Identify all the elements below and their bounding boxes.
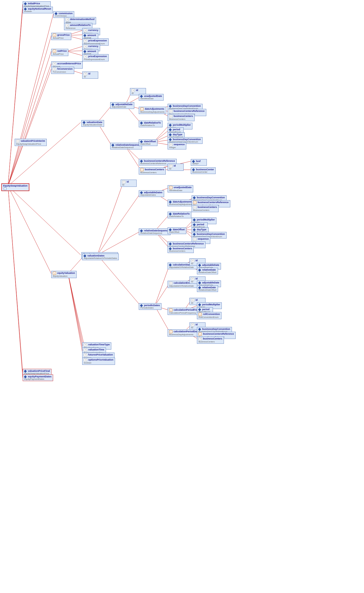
- cpda-bdc-label: businessDayConvention: [202, 328, 230, 330]
- svg-line-3: [8, 35, 51, 186]
- vd-day-type-label: dayType: [197, 228, 207, 231]
- svg-line-18: [67, 51, 84, 51]
- net-price-expr-node: ? priceExpression PriceExpressionEnum: [82, 54, 109, 61]
- equity-valuation-type: EquityValuation: [53, 275, 75, 277]
- fx-conversion-type: FxConversion: [53, 71, 73, 73]
- adjustable-dates-label: adjustableDates: [144, 191, 163, 194]
- one-icon: 1: [193, 201, 196, 204]
- options-price-valuation-label: optionsPriceValuation: [88, 358, 114, 361]
- vd-id-type: ID: [122, 184, 135, 186]
- root-grid-icon: [4, 187, 6, 190]
- csd-id-label: id: [196, 259, 198, 262]
- rds-bc-center-label: businessCenter: [196, 168, 214, 171]
- vd-date-adj-type: BusinessDayAdjustments: [169, 203, 193, 205]
- fx-conversion-node: ? fxConversion FxConversion: [51, 67, 74, 74]
- ev-valuation-dates-type: AdjustableRelativeOrPeriodicDates: [84, 257, 117, 259]
- periodic-dates-node: periodicDates PeriodicDates: [139, 303, 161, 310]
- cpda-bc-node: ? businessCenters BusinessCenters: [197, 337, 224, 344]
- net-price-amount-label: amount: [88, 50, 96, 53]
- vd-rel-date-seq-label: relativeDateSequence: [144, 229, 169, 232]
- net-price-node: 1 netPrice ActualPrice: [51, 49, 68, 56]
- question-icon: ?: [84, 29, 87, 32]
- options-price-valuation-node: ? optionsPriceValuation boolean: [82, 358, 115, 365]
- rds-sequence-label: sequence: [174, 143, 185, 146]
- csd-rel-date-node: relativeDate RelativeDateOffset: [197, 268, 218, 274]
- vd-bc2-type: BusinessCenters: [169, 250, 192, 252]
- adj-bc-label: businessCenters: [174, 115, 193, 117]
- adjustable-date-type: AdjustableDate: [112, 106, 133, 108]
- vd-date-relative-to-label: dateRelativeTo: [173, 212, 190, 215]
- one-icon: 1: [169, 186, 172, 189]
- question-icon: ?: [84, 358, 87, 362]
- ev-valuation-dates-label: valuationDates: [88, 254, 105, 257]
- gross-price-type: ActualPrice: [53, 37, 70, 39]
- question-icon: ?: [132, 89, 135, 92]
- question-icon: ?: [191, 323, 194, 326]
- adjustable-dates-node: adjustableDates AdjustableDates: [139, 190, 164, 197]
- date-offset-label: dateOffset: [144, 140, 156, 143]
- svg-line-5: [8, 64, 51, 186]
- adj-bdc-label: businessDayConvention: [173, 105, 201, 107]
- svg-line-9: [8, 186, 51, 274]
- vd-date-relative-to-node: dateRelativeTo DateRelativeTo: [168, 212, 191, 218]
- vd-date-adj-node: dateAdjustments BusinessDayAdjustments: [168, 200, 195, 206]
- svg-line-4: [8, 51, 51, 186]
- svg-line-19: [67, 51, 84, 56]
- gross-price-amount-label: amount: [88, 34, 96, 37]
- initial-price-label: initialPrice: [28, 2, 40, 5]
- svg-line-1: [8, 9, 23, 186]
- date-offset-type: DateOffset: [140, 143, 156, 145]
- question-icon: ?: [84, 45, 87, 48]
- vd-sequence-label: sequence: [198, 238, 209, 240]
- cpf-id-label: id: [196, 299, 198, 301]
- relative-date-seq-node: relativeDateSequence RelativeDateSequenc…: [110, 143, 142, 149]
- question-icon: ?: [169, 143, 172, 146]
- valuation-date-type: EquityValuationDate: [83, 124, 102, 126]
- question-icon: ?: [84, 343, 87, 346]
- adj-unadjusted-type: IdentifiedDate: [140, 97, 162, 100]
- equity-valuation-label: equityValuation: [57, 272, 75, 274]
- csd-rel-date-type: RelativeDateOffset: [199, 271, 216, 274]
- rds-bdc-label: businessDayConvention: [173, 138, 201, 141]
- rds-sequence-node: ? sequence Integer: [168, 142, 186, 149]
- vd-period-mult-label: periodMultiplier: [197, 218, 215, 221]
- valuation-price-interim-type: EquitySwapValuationPrice: [16, 143, 45, 145]
- gross-price-expr-label: priceExpression: [88, 39, 107, 42]
- cpf-roll-conv-type: RollConventionEnum: [199, 316, 220, 318]
- relative-date-seq-label: relativeDateSequence: [116, 144, 141, 146]
- root-title: EquitySwapValuation: [3, 184, 27, 187]
- valuation-time-label: valuationTime: [88, 348, 104, 351]
- date-offset-node: dateOffset DateOffset: [139, 139, 157, 146]
- svg-line-42: [97, 193, 141, 255]
- rds-bc-id-node: ? id ID: [168, 164, 184, 171]
- svg-line-78: [68, 274, 84, 350]
- ced-adj-date-label: adjustableDate: [202, 281, 219, 284]
- question-icon: ?: [84, 39, 87, 42]
- relative-date-seq-type: RelativeDateSequence: [112, 146, 140, 149]
- one-icon: 1: [140, 168, 144, 171]
- svg-line-59: [155, 265, 169, 306]
- diagram-container: EquitySwapValuation initialPrice EquityS…: [0, 0, 364, 593]
- net-price-expr-type: PriceExpressionEnum: [84, 58, 107, 61]
- equity-valuation-node: 1 equityValuation EquityValuation: [51, 271, 77, 278]
- vd-bdc2-label: businessDayConvention: [197, 233, 225, 235]
- cpf-roll-conv-node: 1 rollConvention RollConventionEnum: [197, 312, 221, 319]
- vd-unadjusted-type: IdentifiedDate: [169, 189, 192, 192]
- svg-line-10: [8, 186, 23, 372]
- question-icon: ?: [84, 72, 87, 76]
- svg-line-44: [97, 255, 141, 306]
- adj-bc-node: ? businessCenters BusinessCenters: [168, 114, 195, 121]
- net-price-expr-label: priceExpression: [88, 55, 107, 58]
- adj-bc-type: BusinessCenters: [169, 118, 193, 120]
- question-icon: ?: [53, 62, 56, 65]
- svg-line-0: [8, 4, 23, 186]
- question-icon: ?: [16, 140, 19, 143]
- equity-notional-reset-type: boolean: [24, 10, 51, 13]
- adj-unadjusted-label: unadjustedDate: [144, 95, 162, 97]
- svg-line-2: [8, 14, 53, 186]
- valuation-date-label: valuationDate: [87, 121, 102, 124]
- cpda-id-label: id: [196, 323, 198, 326]
- date-relative-to-label: dateRelativeTo: [144, 121, 161, 124]
- question-icon: ?: [199, 337, 202, 341]
- rds-href-type: IDREF: [192, 163, 205, 165]
